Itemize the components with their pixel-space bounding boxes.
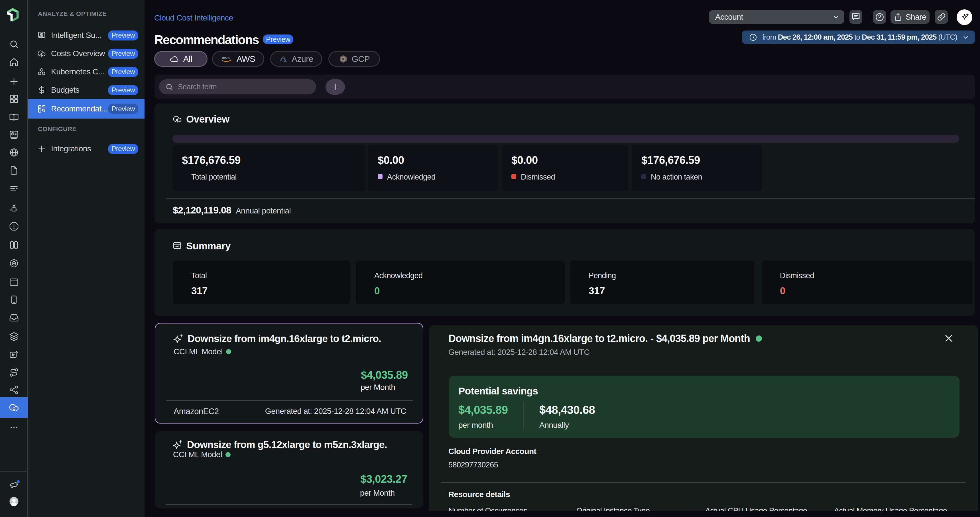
svg-text:aws: aws [222, 55, 230, 60]
